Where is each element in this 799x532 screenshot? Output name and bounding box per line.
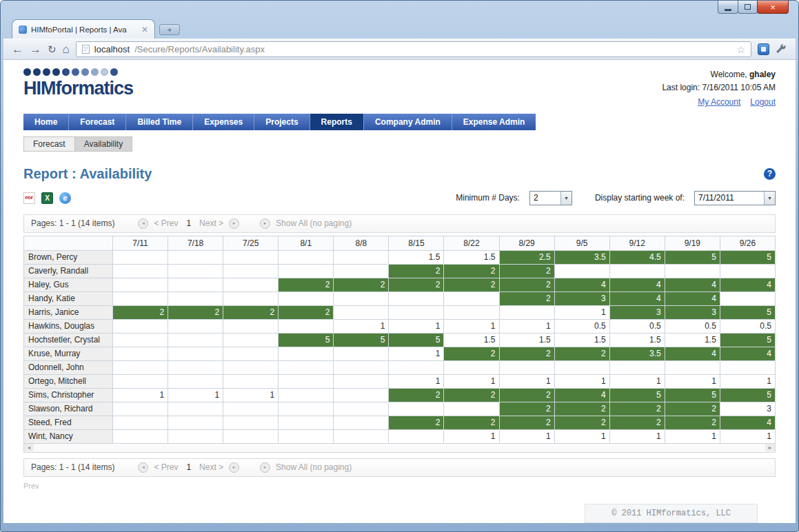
next-page-link[interactable]: Next > (199, 218, 223, 228)
address-bar[interactable]: localhost/Secure/Reports/Availability.as… (76, 41, 751, 57)
home-icon[interactable]: ⌂ (63, 43, 70, 55)
availability-cell (279, 402, 334, 416)
column-header-7-25: 7/25 (223, 236, 279, 250)
grid-header-row: 7/117/187/258/18/88/158/228/299/59/129/1… (24, 236, 776, 250)
back-icon[interactable]: ← (12, 43, 23, 55)
browser-tab[interactable]: HIMfoPortal | Reports | Ava ✕ (12, 19, 155, 39)
availability-cell (389, 360, 444, 374)
nav-item-home[interactable]: Home (23, 114, 69, 130)
url-host: localhost (94, 44, 130, 54)
min-days-select[interactable]: 2▼ (529, 191, 572, 205)
copyright: © 2011 HIMformatics, LLC (585, 504, 758, 523)
column-header-8-8: 8/8 (334, 236, 389, 250)
nav-item-expense-admin[interactable]: Expense Admin (452, 114, 536, 130)
export-pdf-icon[interactable]: PDF (23, 192, 35, 204)
tab-favicon-icon (19, 25, 27, 34)
new-tab-button[interactable]: + (159, 24, 180, 35)
availability-cell (113, 250, 168, 264)
availability-cell (168, 374, 223, 388)
last-login: Last login: 7/16/2011 10:05 AM (662, 81, 776, 94)
forward-icon[interactable]: → (30, 43, 41, 55)
availability-cell: 4 (720, 416, 775, 429)
nav-item-expenses[interactable]: Expenses (193, 114, 254, 130)
nav-item-projects[interactable]: Projects (254, 114, 310, 130)
employee-name-cell: Handy, Katie (24, 291, 113, 305)
column-header-9-19: 9/19 (665, 236, 720, 250)
availability-cell (554, 264, 609, 278)
availability-cell: 2 (499, 402, 554, 416)
extension-icon[interactable] (758, 43, 769, 55)
paging-bar-top: Pages: 1 - 1 (14 items) ◂ < Prev 1 Next … (23, 214, 776, 233)
scroll-right-icon[interactable]: ► (765, 444, 775, 451)
minimize-icon (725, 9, 731, 11)
availability-cell (554, 360, 609, 374)
availability-cell: 2 (554, 347, 609, 360)
prev-page-icon[interactable]: ◂ (138, 218, 148, 229)
close-button[interactable]: × (757, 1, 789, 14)
next-page-icon[interactable]: ▸ (229, 462, 239, 473)
availability-cell: 4 (720, 347, 775, 360)
prev-page-link[interactable]: < Prev (154, 462, 178, 472)
availability-cell: 5 (334, 333, 389, 347)
week-value: 7/11/2011 (695, 193, 738, 203)
logout-link[interactable]: Logout (750, 96, 776, 109)
export-web-icon[interactable]: e (59, 192, 71, 204)
subtab-forecast[interactable]: Forecast (23, 136, 75, 152)
my-account-link[interactable]: My Account (698, 96, 740, 109)
current-page[interactable]: 1 (186, 462, 191, 472)
availability-cell: 5 (665, 250, 720, 264)
availability-cell (334, 416, 389, 429)
wrench-icon[interactable] (776, 43, 787, 55)
tab-strip: HIMfoPortal | Reports | Ava ✕ + (3, 1, 796, 39)
scroll-left-icon[interactable]: ◄ (24, 444, 34, 451)
nav-item-reports[interactable]: Reports (310, 114, 364, 130)
availability-cell: 0.5 (665, 319, 720, 333)
availability-cell: 2 (554, 402, 609, 416)
main-nav: HomeForecastBilled TimeExpensesProjectsR… (23, 114, 536, 130)
bookmark-star-icon[interactable]: ☆ (736, 44, 745, 55)
export-excel-icon[interactable]: X (41, 192, 53, 204)
availability-cell: 2 (444, 416, 499, 429)
nav-item-company-admin[interactable]: Company Admin (364, 114, 452, 130)
availability-cell (279, 319, 334, 333)
week-label: Display starting week of: (595, 193, 685, 203)
availability-cell (609, 360, 665, 374)
minimize-button[interactable] (718, 1, 738, 14)
employee-name-cell: Ortego, Mitchell (24, 374, 113, 388)
next-page-link[interactable]: Next > (199, 462, 223, 472)
availability-cell (113, 416, 168, 429)
prev-page-link[interactable]: < Prev (154, 218, 178, 228)
availability-cell (334, 388, 389, 402)
show-all-link[interactable]: Show All (no paging) (276, 218, 352, 228)
table-row: Hawkins, Douglas11110.50.50.50.5 (24, 319, 776, 333)
availability-cell (334, 402, 389, 416)
availability-cell: 2 (665, 402, 720, 416)
horizontal-scrollbar[interactable]: ◄ ► (23, 444, 776, 453)
status-text: Prev (23, 482, 776, 490)
nav-item-forecast[interactable]: Forecast (69, 114, 126, 130)
nav-item-billed-time[interactable]: Billed Time (126, 114, 193, 130)
show-all-link[interactable]: Show All (no paging) (276, 462, 352, 472)
current-page[interactable]: 1 (186, 218, 191, 228)
next-page-icon[interactable]: ▸ (229, 218, 239, 229)
employee-name-cell: Brown, Percy (24, 250, 113, 264)
availability-cell: 5 (720, 250, 775, 264)
availability-cell (223, 264, 279, 278)
availability-cell: 2 (499, 278, 554, 291)
week-select[interactable]: 7/11/2011▼ (694, 191, 776, 205)
availability-cell (223, 360, 279, 374)
availability-cell (113, 429, 168, 443)
help-icon[interactable]: ? (764, 168, 776, 180)
subtab-availability[interactable]: Availability (74, 136, 132, 152)
grid-body: Brown, Percy1.51.52.53.54.555Caverly, Ra… (24, 250, 776, 443)
show-all-icon[interactable]: ▸ (260, 462, 270, 473)
employee-name-cell: Odonnell, John (24, 360, 113, 374)
refresh-icon[interactable]: ↻ (48, 44, 57, 54)
scrollbar-track[interactable] (34, 444, 765, 452)
prev-page-icon[interactable]: ◂ (138, 462, 148, 473)
maximize-button[interactable] (738, 1, 758, 14)
tab-close-icon[interactable]: ✕ (141, 25, 148, 34)
show-all-icon[interactable]: ▸ (260, 218, 270, 229)
availability-cell (499, 305, 554, 319)
availability-cell (334, 305, 389, 319)
